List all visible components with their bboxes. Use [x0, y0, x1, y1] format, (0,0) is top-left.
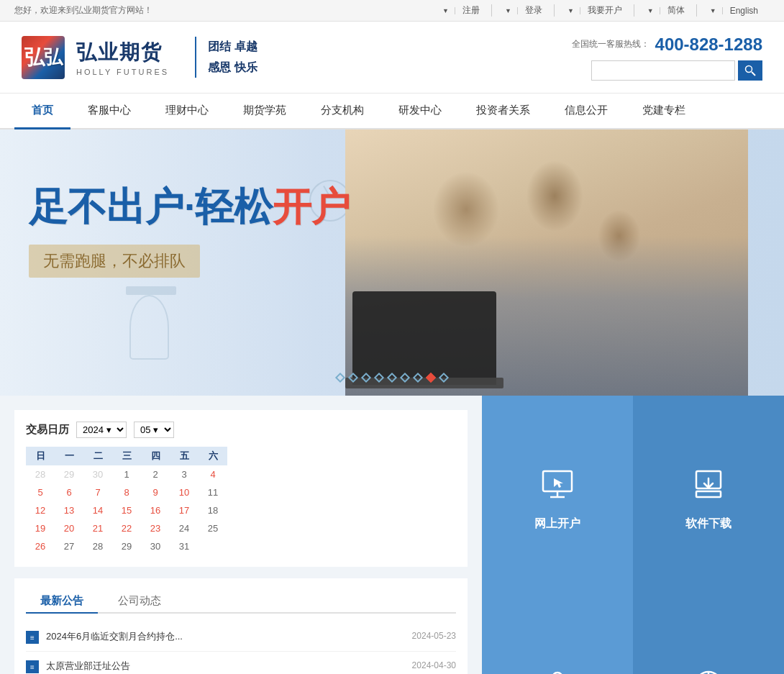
- calendar-day: 3: [170, 465, 199, 483]
- calendar-day[interactable]: 15: [112, 501, 141, 519]
- calendar-day: 24: [170, 519, 199, 537]
- tab-announcement[interactable]: 最新公告: [26, 590, 98, 614]
- carousel-dot-7[interactable]: [426, 373, 436, 383]
- calendar-day: 31: [170, 537, 199, 555]
- hero-banner: 足不出户·轻松开户 无需跑腿，不必排队: [0, 129, 784, 396]
- news-icon: ≡: [26, 660, 39, 673]
- quick-link-交易指南[interactable]: 交易指南: [633, 597, 784, 674]
- calendar-day[interactable]: 20: [55, 519, 83, 537]
- calendar-day: 29: [112, 537, 141, 555]
- news-item[interactable]: ≡ 太原营业部迁址公告 2024-04-30: [26, 652, 456, 674]
- weekday-header: 日: [26, 447, 55, 465]
- calendar-day: 28: [26, 465, 55, 483]
- news-date: 2024-04-30: [412, 660, 456, 670]
- nav-item-信息公开[interactable]: 信息公开: [547, 94, 625, 129]
- quick-link-软件下载[interactable]: 软件下载: [633, 396, 784, 597]
- carousel-dot-5[interactable]: [400, 373, 410, 383]
- news-date: 2024-05-23: [412, 631, 456, 641]
- carousel-dot-4[interactable]: [387, 373, 397, 383]
- calendar-section: 交易日历 2024 ▾ 05 ▾ 日一二三四五六2829301234567891…: [14, 410, 468, 567]
- carousel-dot-8[interactable]: [439, 373, 449, 383]
- logo-sub-text: HOLLY FUTURES: [76, 68, 169, 76]
- month-select[interactable]: 05 ▾: [134, 422, 174, 438]
- hero-image: [345, 129, 748, 396]
- calendar-day[interactable]: 21: [83, 519, 112, 537]
- calendar-day[interactable]: 6: [55, 483, 83, 501]
- search-input[interactable]: [591, 60, 735, 81]
- calendar-day: 11: [199, 483, 227, 501]
- svg-point-0: [746, 65, 752, 72]
- calendar-day[interactable]: 7: [83, 483, 112, 501]
- calendar-day[interactable]: 16: [141, 501, 170, 519]
- nav-item-期货学苑[interactable]: 期货学苑: [226, 94, 304, 129]
- year-select[interactable]: 2024 ▾: [76, 422, 127, 438]
- logo-icon: 弘: [22, 36, 65, 79]
- calendar-day[interactable]: 13: [55, 501, 83, 519]
- english-link[interactable]: ▼ English: [698, 6, 770, 16]
- quick-link-icon-1: [687, 462, 730, 505]
- calendar-day[interactable]: 9: [141, 483, 170, 501]
- carousel-dot-1[interactable]: [348, 373, 358, 383]
- news-item[interactable]: ≡ 2024年6月临近交割月合约持仓... 2024-05-23: [26, 622, 456, 652]
- calendar-day[interactable]: 14: [83, 501, 112, 519]
- weekday-header: 五: [170, 447, 199, 465]
- quick-link-开户指南[interactable]: 开户指南: [482, 597, 633, 674]
- nav-item-研发中心[interactable]: 研发中心: [381, 94, 459, 129]
- calendar-day: 1: [112, 465, 141, 483]
- sketch-shelf: [126, 286, 176, 295]
- sketch-lamp: [129, 295, 169, 360]
- news-list: ≡ 2024年6月临近交割月合约持仓... 2024-05-23 ≡ 太原营业部…: [26, 622, 456, 674]
- calendar-title: 交易日历: [26, 423, 69, 437]
- register-link[interactable]: ▼ 注册: [431, 4, 492, 17]
- carousel-dot-6[interactable]: [413, 373, 423, 383]
- top-bar-links: ▼ 注册 ▼ 登录 ▼ 我要开户 ▼ 简体 ▼ English: [431, 4, 770, 17]
- quick-link-icon-3: [687, 663, 730, 675]
- calendar-day: 25: [199, 519, 227, 537]
- calendar-day: 18: [199, 501, 227, 519]
- calendar-day: 30: [141, 537, 170, 555]
- calendar-day: 12: [26, 501, 55, 519]
- hotline-label: 全国统一客服热线：: [572, 38, 649, 50]
- quick-link-icon-2: [536, 663, 579, 675]
- top-bar: 您好，欢迎来到弘业期货官方网站！ ▼ 注册 ▼ 登录 ▼ 我要开户 ▼ 简体 ▼…: [0, 0, 784, 22]
- news-section: 最新公告 公司动态 ≡ 2024年6月临近交割月合约持仓... 2024-05-…: [14, 578, 468, 674]
- nav-item-投资者关系[interactable]: 投资者关系: [459, 94, 547, 129]
- carousel-dot-0[interactable]: [335, 373, 345, 383]
- calendar-day[interactable]: 23: [141, 519, 170, 537]
- simplified-link[interactable]: ▼ 简体: [636, 4, 697, 17]
- svg-rect-6: [696, 491, 721, 497]
- calendar-day[interactable]: 17: [170, 501, 199, 519]
- logo-text-area: 弘业期货 HOLLY FUTURES: [76, 39, 169, 76]
- hotline-number: 400-828-1288: [655, 35, 762, 55]
- nav-item-首页[interactable]: 首页: [14, 94, 70, 129]
- calendar-day[interactable]: 8: [112, 483, 141, 501]
- greeting-text: 您好，欢迎来到弘业期货官方网站！: [14, 4, 152, 17]
- quick-link-icon-0: [536, 462, 579, 505]
- nav-item-分支机构[interactable]: 分支机构: [304, 94, 381, 129]
- calendar-day[interactable]: 10: [170, 483, 199, 501]
- news-title: 太原营业部迁址公告: [46, 659, 405, 673]
- open-account-link[interactable]: ▼ 我要开户: [556, 4, 634, 17]
- hero-subtitle: 无需跑腿，不必排队: [29, 245, 200, 278]
- quick-link-网上开户[interactable]: 网上开户: [482, 396, 633, 597]
- calendar-day: 27: [55, 537, 83, 555]
- carousel-dot-2[interactable]: [361, 373, 371, 383]
- quick-link-label: 网上开户: [534, 516, 580, 532]
- calendar-day[interactable]: 22: [112, 519, 141, 537]
- nav-item-理财中心[interactable]: 理财中心: [148, 94, 226, 129]
- login-link[interactable]: ▼ 登录: [493, 4, 555, 17]
- calendar-day: 4: [199, 465, 227, 483]
- tab-divider: [98, 590, 104, 612]
- tab-company[interactable]: 公司动态: [104, 590, 176, 614]
- calendar-day: 26: [26, 537, 55, 555]
- site-header: 弘 弘业期货 HOLLY FUTURES 团结 卓越 感恩 快乐 全国统一客服热…: [0, 22, 784, 94]
- search-button[interactable]: [738, 60, 762, 81]
- calendar-day: 5: [26, 483, 55, 501]
- logo-main-text: 弘业期货: [76, 39, 169, 66]
- logo-area: 弘 弘业期货 HOLLY FUTURES 团结 卓越 感恩 快乐: [22, 36, 257, 79]
- weekday-header: 二: [83, 447, 112, 465]
- nav-item-客服中心[interactable]: 客服中心: [70, 94, 148, 129]
- carousel-dot-3[interactable]: [374, 373, 384, 383]
- search-area: [591, 60, 762, 81]
- nav-item-党建专栏[interactable]: 党建专栏: [625, 94, 703, 129]
